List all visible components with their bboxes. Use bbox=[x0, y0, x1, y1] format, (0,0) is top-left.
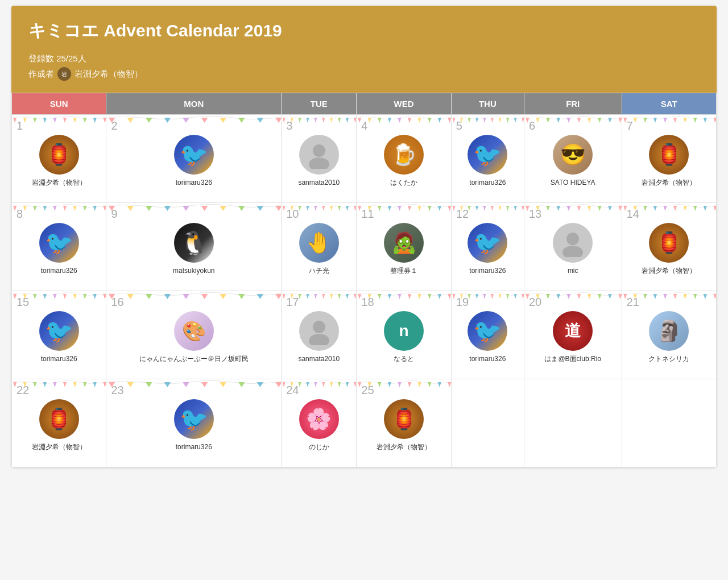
svg-marker-240 bbox=[299, 382, 301, 387]
calendar-cell-10[interactable]: 10 ハチ光 bbox=[282, 203, 357, 291]
calendar-cell-23[interactable]: 23 torimaru326 bbox=[106, 379, 282, 467]
page-wrapper: キミコエ Advent Calendar 2019 登録数 25/25人 作成者… bbox=[11, 6, 717, 467]
user-name: torimaru326 bbox=[41, 266, 77, 276]
calendar-cell-11[interactable]: 11 整理券１ bbox=[357, 203, 451, 291]
svg-marker-220 bbox=[33, 382, 36, 387]
svg-marker-244 bbox=[330, 382, 333, 387]
svg-marker-202 bbox=[567, 294, 570, 299]
svg-marker-140 bbox=[663, 206, 667, 211]
calendar-cell-9[interactable]: 9 matsukiyokun bbox=[106, 203, 282, 291]
svg-text:岩: 岩 bbox=[61, 71, 67, 77]
svg-marker-58 bbox=[567, 118, 570, 123]
calendar-cell-22[interactable]: 22 岩淵夕希（物智） bbox=[12, 379, 106, 467]
svg-marker-16 bbox=[183, 118, 190, 123]
svg-marker-84 bbox=[109, 206, 115, 211]
calendar-cell-15[interactable]: 15 torimaru326 bbox=[12, 291, 106, 379]
user-name: torimaru326 bbox=[176, 442, 212, 452]
calendar-cell-1[interactable]: 1 岩淵夕希（物智） bbox=[12, 115, 106, 203]
svg-marker-168 bbox=[299, 294, 301, 299]
svg-marker-86 bbox=[146, 206, 152, 211]
bunting-decoration bbox=[282, 379, 356, 388]
cell-content: torimaru326 bbox=[456, 223, 519, 276]
svg-marker-200 bbox=[546, 294, 549, 299]
user-name: 岩淵夕希（物智） bbox=[377, 442, 431, 452]
header-thu: THU bbox=[451, 93, 524, 115]
bunting-decoration bbox=[357, 203, 450, 212]
svg-marker-126 bbox=[546, 206, 549, 211]
svg-marker-55 bbox=[536, 118, 539, 123]
cell-content: 整理券１ bbox=[361, 223, 446, 276]
cell-content: クトネシリカ bbox=[627, 311, 712, 364]
svg-marker-162 bbox=[220, 294, 227, 299]
svg-marker-68 bbox=[663, 118, 667, 123]
svg-marker-153 bbox=[83, 294, 86, 299]
svg-marker-192 bbox=[483, 294, 486, 299]
user-name: のじか bbox=[309, 442, 329, 452]
calendar-cell-17[interactable]: 17 sanmata2010 bbox=[282, 291, 357, 379]
calendar-cell-19[interactable]: 19 torimaru326 bbox=[451, 291, 524, 379]
calendar-cell-16[interactable]: 16 にゃんにゃんぶーぶー＠日ノ坂町民 bbox=[106, 291, 282, 379]
svg-marker-61 bbox=[598, 118, 601, 123]
svg-marker-113 bbox=[448, 206, 451, 211]
empty-cell bbox=[622, 379, 716, 467]
calendar-cell-5[interactable]: 5 torimaru326 bbox=[451, 115, 524, 203]
cell-content: sanmata2010 bbox=[286, 135, 351, 188]
user-name: 整理券１ bbox=[390, 266, 417, 276]
svg-marker-175 bbox=[354, 294, 356, 299]
svg-marker-60 bbox=[588, 118, 591, 123]
svg-marker-172 bbox=[330, 294, 333, 299]
calendar-cell-2[interactable]: 2 torimaru326 bbox=[106, 115, 282, 203]
creator-name: 岩淵夕希（物智） bbox=[75, 66, 143, 81]
svg-marker-37 bbox=[388, 118, 391, 123]
svg-marker-23 bbox=[291, 118, 293, 123]
svg-marker-160 bbox=[183, 294, 190, 299]
calendar-cell-6[interactable]: 6 SATO HIDEYA bbox=[524, 115, 622, 203]
svg-marker-247 bbox=[354, 382, 356, 387]
calendar-cell-8[interactable]: 8 torimaru326 bbox=[12, 203, 106, 291]
calendar-cell-4[interactable]: 4 はくたか bbox=[357, 115, 451, 203]
svg-marker-41 bbox=[428, 118, 431, 123]
avatar bbox=[299, 399, 339, 439]
cell-content: matsukiyokun bbox=[111, 223, 276, 276]
calendar-cell-3[interactable]: 3 sanmata2010 bbox=[282, 115, 357, 203]
svg-marker-3 bbox=[23, 118, 27, 123]
calendar-cell-12[interactable]: 12 torimaru326 bbox=[451, 203, 524, 291]
user-name: torimaru326 bbox=[469, 354, 506, 364]
cell-content: 岩淵夕希（物智） bbox=[627, 223, 712, 276]
svg-marker-63 bbox=[618, 118, 621, 123]
calendar-cell-13[interactable]: 13 mic bbox=[524, 203, 622, 291]
bunting-decoration bbox=[106, 115, 281, 124]
svg-marker-132 bbox=[608, 206, 611, 211]
avatar bbox=[299, 135, 339, 175]
svg-marker-253 bbox=[408, 382, 411, 387]
svg-marker-141 bbox=[673, 206, 677, 211]
calendar-cell-18[interactable]: 18 n なると bbox=[357, 291, 451, 379]
svg-point-33 bbox=[309, 158, 329, 169]
calendar-cell-20[interactable]: 20 道 はま@B面club:Rio bbox=[524, 291, 622, 379]
svg-marker-11 bbox=[103, 118, 106, 123]
calendar-table: SUN MON TUE WED THU FRI SAT 1 岩淵夕希（物智） bbox=[11, 93, 717, 467]
svg-marker-111 bbox=[428, 206, 431, 211]
svg-marker-181 bbox=[388, 294, 391, 299]
user-name: はくたか bbox=[390, 178, 417, 188]
svg-marker-77 bbox=[43, 206, 47, 211]
calendar-cell-21[interactable]: 21 クトネシリカ bbox=[622, 291, 716, 379]
calendar-cell-7[interactable]: 7 岩淵夕希（物智） bbox=[622, 115, 716, 203]
calendar-cell-14[interactable]: 14 岩淵夕希（物智） bbox=[622, 203, 716, 291]
svg-marker-85 bbox=[127, 206, 134, 211]
calendar-cell-25[interactable]: 25 岩淵夕希（物智） bbox=[357, 379, 451, 467]
svg-marker-212 bbox=[663, 294, 667, 299]
bunting-decoration bbox=[282, 203, 356, 212]
svg-marker-254 bbox=[418, 382, 421, 387]
bunting-decoration bbox=[622, 115, 716, 124]
avatar bbox=[468, 223, 507, 263]
calendar-cell-24[interactable]: 24 のじか bbox=[282, 379, 357, 467]
cell-content: SATO HIDEYA bbox=[529, 135, 617, 188]
svg-marker-197 bbox=[522, 294, 524, 299]
svg-marker-206 bbox=[608, 294, 611, 299]
svg-marker-115 bbox=[460, 206, 463, 211]
svg-marker-235 bbox=[238, 382, 245, 387]
user-name: torimaru326 bbox=[176, 178, 212, 188]
svg-marker-256 bbox=[438, 382, 441, 387]
svg-marker-191 bbox=[475, 294, 478, 299]
